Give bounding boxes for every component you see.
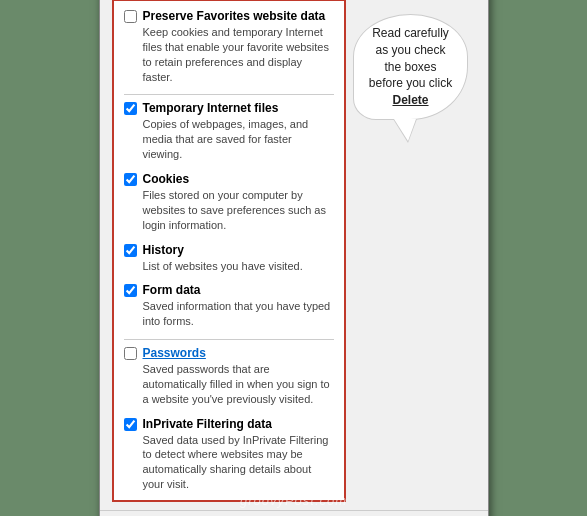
watermark: groovyPost.com [240,493,347,508]
left-panel: Preserve Favorites website data Keep coo… [112,0,346,502]
option-cookies-desc: Files stored on your computer by website… [143,188,334,233]
speech-bubble-text: Read carefully as you check the boxes be… [369,26,452,107]
option-form-data-label: Form data [143,283,201,297]
option-favorites: Preserve Favorites website data Keep coo… [124,9,334,84]
dialog-body: Preserve Favorites website data Keep coo… [100,0,488,510]
speech-bubble: Read carefully as you check the boxes be… [353,14,468,120]
right-panel: Read carefully as you check the boxes be… [346,0,476,502]
checkbox-temp-files[interactable] [124,102,137,115]
divider-2 [124,339,334,340]
option-inprivate-label: InPrivate Filtering data [143,417,272,431]
checkbox-inprivate[interactable] [124,418,137,431]
option-history: History List of websites you have visite… [124,243,334,274]
option-history-header: History [124,243,334,257]
option-temp-files: Temporary Internet files Copies of webpa… [124,101,334,162]
option-favorites-header: Preserve Favorites website data [124,9,334,23]
divider-1 [124,94,334,95]
checkbox-favorites[interactable] [124,10,137,23]
options-box: Preserve Favorites website data Keep coo… [112,0,346,502]
checkbox-cookies[interactable] [124,173,137,186]
option-form-data-desc: Saved information that you have typed in… [143,299,334,329]
option-temp-files-label: Temporary Internet files [143,101,279,115]
option-form-data-header: Form data [124,283,334,297]
option-passwords: Passwords Saved passwords that are autom… [124,346,334,407]
option-cookies-label: Cookies [143,172,190,186]
option-passwords-header: Passwords [124,346,334,360]
option-history-label: History [143,243,184,257]
option-passwords-label: Passwords [143,346,206,360]
option-favorites-label: Preserve Favorites website data [143,9,326,23]
option-history-desc: List of websites you have visited. [143,259,334,274]
checkbox-form-data[interactable] [124,284,137,297]
option-cookies: Cookies Files stored on your computer by… [124,172,334,233]
option-temp-files-header: Temporary Internet files [124,101,334,115]
checkbox-passwords[interactable] [124,347,137,360]
bottom-bar: About deleting browsing history Delete C… [100,510,488,516]
delete-browsing-history-dialog: Delete Browsing History ✕ Preserve Favor… [99,0,489,516]
option-passwords-desc: Saved passwords that are automatically f… [143,362,334,407]
option-favorites-desc: Keep cookies and temporary Internet file… [143,25,334,84]
option-form-data: Form data Saved information that you hav… [124,283,334,329]
speech-bubble-delete-word: Delete [392,93,428,107]
option-inprivate-desc: Saved data used by InPrivate Filtering t… [143,433,334,492]
option-inprivate: InPrivate Filtering data Saved data used… [124,417,334,492]
option-inprivate-header: InPrivate Filtering data [124,417,334,431]
option-temp-files-desc: Copies of webpages, images, and media th… [143,117,334,162]
option-cookies-header: Cookies [124,172,334,186]
checkbox-history[interactable] [124,244,137,257]
